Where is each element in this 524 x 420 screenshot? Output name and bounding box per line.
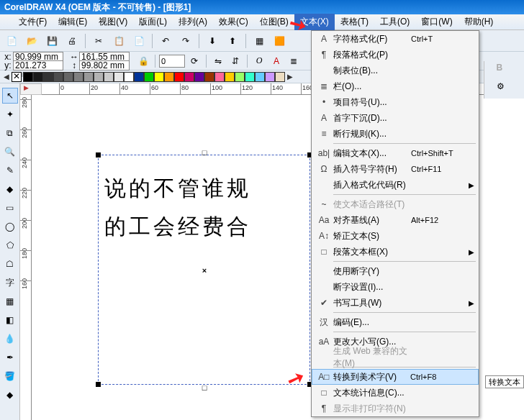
color-swatch[interactable]	[255, 72, 265, 82]
menu-4[interactable]: 排列(A)	[173, 14, 213, 30]
menu-item[interactable]: ¶段落格式化(P)	[312, 47, 479, 63]
color-swatch[interactable]	[134, 72, 144, 82]
print-icon[interactable]: 🖨	[63, 32, 81, 50]
menu-item[interactable]: •项目符号(U)...	[312, 94, 479, 110]
welcome-icon[interactable]: 🟧	[271, 32, 288, 50]
copy-icon[interactable]: 📋	[110, 32, 127, 50]
menu-item[interactable]: A↕矫正文本(S)	[312, 228, 479, 244]
color-swatch[interactable]	[114, 72, 124, 82]
menu-9[interactable]: 工具(O)	[374, 14, 415, 30]
menu-item[interactable]: Aa对齐基线(A)Alt+F12	[312, 212, 479, 228]
color-swatch[interactable]	[235, 72, 245, 82]
color-swatch[interactable]	[53, 72, 63, 82]
tool-icon[interactable]: ⚙	[497, 81, 512, 97]
menu-item[interactable]: □段落文本框(X)▶	[312, 244, 479, 260]
color-swatch[interactable]	[214, 72, 225, 82]
color-swatch[interactable]	[124, 72, 134, 82]
color-swatch[interactable]	[194, 72, 204, 82]
menu-8[interactable]: 表格(T)	[335, 14, 374, 30]
para-text-icon[interactable]: O	[251, 53, 267, 69]
lock-ratio-icon[interactable]: 🔒	[135, 53, 151, 69]
pos-y[interactable]: 201.273 mm	[13, 60, 63, 70]
menu-item[interactable]: ≡断行规则(K)...	[312, 126, 479, 142]
color-swatch[interactable]	[225, 72, 235, 82]
color-swatch[interactable]	[154, 72, 164, 82]
color-swatch[interactable]	[144, 72, 154, 82]
menu-2[interactable]: 视图(V)	[93, 14, 133, 30]
menu-item[interactable]: Ω插入符号字符(H)Ctrl+F11	[312, 161, 479, 177]
menu-item[interactable]: 制表位(B)...	[312, 63, 479, 78]
zoom-tool-icon[interactable]: 🔍	[2, 144, 18, 160]
text-tool-icon[interactable]: 字	[2, 275, 18, 291]
table-tool-icon[interactable]: ▦	[2, 293, 18, 309]
menu-item[interactable]: ab|编辑文本(X)...Ctrl+Shift+T	[312, 145, 479, 161]
menu-0[interactable]: 文件(F)	[13, 14, 53, 30]
open-icon[interactable]: 📂	[23, 32, 40, 50]
color-swatch[interactable]	[184, 72, 194, 82]
rotate-icon[interactable]: ⟳	[186, 53, 202, 69]
import-icon[interactable]: ⬇	[204, 32, 221, 50]
color-swatch[interactable]	[104, 72, 114, 82]
menu-7[interactable]: 文本(X)	[294, 14, 335, 30]
selection-box[interactable]: □ □ × 说的不管谁规 的工会经费合	[98, 155, 310, 385]
color-swatch[interactable]	[245, 72, 255, 82]
color-swatch[interactable]	[164, 72, 174, 82]
menu-6[interactable]: 位图(B)	[254, 14, 294, 30]
no-color-swatch[interactable]	[12, 72, 22, 82]
undo-icon[interactable]: ↶	[157, 32, 174, 50]
palette-left-arrow[interactable]: ◀	[1, 73, 12, 81]
basic-shapes-icon[interactable]: ☖	[2, 256, 18, 272]
menu-3[interactable]: 版面(L)	[133, 14, 173, 30]
polygon-tool-icon[interactable]: ⬠	[2, 237, 18, 253]
palette-right-arrow[interactable]: ▶	[285, 73, 295, 81]
menu-item[interactable]: 汉编码(E)...	[312, 314, 479, 330]
app-launcher-icon[interactable]: ▦	[250, 32, 268, 50]
ruler-origin[interactable]: ▶	[20, 83, 42, 95]
crop-tool-icon[interactable]: ⧉	[2, 125, 18, 141]
menu-item[interactable]: 插入格式化代码(R)▶	[312, 177, 479, 193]
menu-item[interactable]: A首字下沉(D)...	[312, 110, 479, 126]
fill-tool-icon[interactable]: 🪣	[2, 368, 18, 384]
paste-icon[interactable]: 📄	[130, 32, 148, 50]
save-icon[interactable]: 💾	[43, 32, 60, 50]
menu-item[interactable]: ✔书写工具(W)▶	[312, 295, 479, 311]
char-format-icon[interactable]: A	[268, 53, 284, 69]
menu-item[interactable]: 使用断字(Y)	[312, 263, 479, 279]
color-swatch[interactable]	[83, 72, 94, 82]
color-swatch[interactable]	[23, 72, 33, 82]
menu-item[interactable]: □文本统计信息(C)...	[312, 385, 479, 401]
color-swatch[interactable]	[204, 72, 214, 82]
color-swatch[interactable]	[275, 72, 285, 82]
color-swatch[interactable]	[73, 72, 83, 82]
redo-icon[interactable]: ↷	[177, 32, 194, 50]
pick-tool-icon[interactable]: ↖	[2, 88, 18, 104]
rotation-input[interactable]	[159, 55, 185, 68]
menu-item[interactable]: A字符格式化(F)Ctrl+T	[312, 31, 479, 47]
color-swatch[interactable]	[94, 72, 104, 82]
shape-tool-icon[interactable]: ✦	[2, 106, 18, 122]
export-icon[interactable]: ⬆	[224, 32, 241, 50]
edit-text-icon[interactable]: ≣	[286, 53, 302, 69]
menu-5[interactable]: 效果(C)	[213, 14, 254, 30]
color-swatch[interactable]	[174, 72, 184, 82]
outline-tool-icon[interactable]: ✒	[2, 350, 18, 365]
cut-icon[interactable]: ✂	[90, 32, 107, 50]
freehand-tool-icon[interactable]: ✎	[2, 163, 18, 178]
new-icon[interactable]: 📄	[3, 32, 20, 50]
color-swatch[interactable]	[43, 72, 53, 82]
color-swatch[interactable]	[63, 72, 73, 82]
rectangle-tool-icon[interactable]: ▭	[2, 200, 18, 216]
smart-fill-icon[interactable]: ◆	[2, 181, 18, 197]
mirror-v-icon[interactable]: ⇵	[227, 53, 243, 69]
menu-item[interactable]: ≣栏(O)...	[312, 78, 479, 94]
eyedropper-icon[interactable]: 💧	[2, 331, 18, 347]
bold-icon[interactable]: B	[497, 63, 512, 78]
menu-1[interactable]: 编辑(E)	[53, 14, 93, 30]
ellipse-tool-icon[interactable]: ◯	[2, 219, 18, 234]
color-swatch[interactable]	[265, 72, 275, 82]
menu-10[interactable]: 窗口(W)	[415, 14, 458, 30]
blend-tool-icon[interactable]: ◧	[2, 312, 18, 328]
color-swatch[interactable]	[33, 72, 43, 82]
mirror-h-icon[interactable]: ⇋	[210, 53, 226, 69]
menu-item[interactable]: A□转换到美术字(V)Ctrl+F8	[312, 369, 479, 385]
